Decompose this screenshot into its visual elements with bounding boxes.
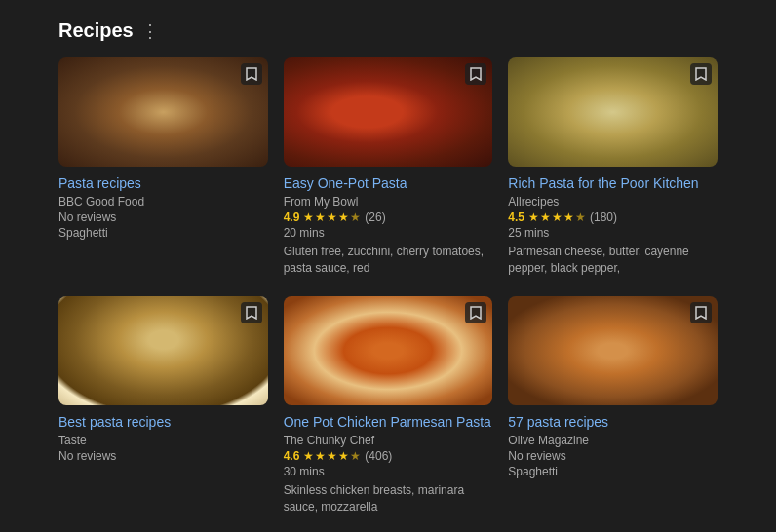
star-icon: ★ <box>563 210 574 224</box>
recipe-card-one-pot-chicken-parmesan-pasta[interactable]: One Pot Chicken Parmesan PastaThe Chunky… <box>284 296 493 515</box>
recipe-title: Easy One-Pot Pasta <box>284 174 493 192</box>
star-icon: ★ <box>315 449 326 463</box>
star-rating: ★★★★★ <box>303 210 361 224</box>
recipe-time: 25 mins <box>508 226 718 240</box>
rating-number: 4.5 <box>508 210 524 224</box>
bookmark-icon[interactable] <box>465 63 486 85</box>
recipe-time: 30 mins <box>284 465 493 478</box>
recipe-ingredients: Skinless chicken breasts, marinara sauce… <box>284 482 493 515</box>
star-icon: ★ <box>528 210 539 224</box>
recipe-reviews: No reviews <box>58 210 268 224</box>
star-icon: ★ <box>303 210 314 224</box>
recipe-source: Taste <box>58 434 268 447</box>
recipe-source: Allrecipes <box>508 195 718 209</box>
star-icon: ★ <box>552 210 563 224</box>
recipe-image-container <box>508 57 718 167</box>
section-title: Recipes <box>58 19 134 42</box>
recipe-image-container <box>284 296 493 405</box>
star-icon: ★ <box>338 210 349 224</box>
rating-row: 4.9★★★★★(26) <box>284 210 493 224</box>
recipe-image-container <box>58 296 268 405</box>
recipe-reviews: No reviews <box>508 449 718 463</box>
star-icon: ★ <box>338 449 349 463</box>
more-options-icon[interactable]: ⋮ <box>141 20 161 42</box>
star-icon: ★ <box>315 210 326 224</box>
star-icon: ★ <box>327 449 337 463</box>
rating-row: 4.6★★★★★(406) <box>284 449 493 463</box>
recipe-image-container <box>508 296 718 405</box>
recipe-title: Rich Pasta for the Poor Kitchen <box>508 174 718 192</box>
bookmark-icon[interactable] <box>241 63 262 85</box>
recipe-meta: Spaghetti <box>508 465 718 478</box>
recipe-title: Pasta recipes <box>58 174 268 192</box>
recipe-reviews: No reviews <box>58 449 268 463</box>
recipe-source: BBC Good Food <box>58 195 268 209</box>
star-icon: ★ <box>540 210 551 224</box>
section-header: Recipes ⋮ <box>58 19 718 42</box>
recipe-title: 57 pasta recipes <box>508 413 718 431</box>
recipe-card-rich-pasta-poor-kitchen[interactable]: Rich Pasta for the Poor KitchenAllrecipe… <box>508 57 718 277</box>
star-icon: ★ <box>575 210 586 224</box>
bookmark-icon[interactable] <box>690 63 712 85</box>
recipe-title: One Pot Chicken Parmesan Pasta <box>284 413 493 431</box>
recipe-time: 20 mins <box>284 226 493 240</box>
recipe-card-pasta-recipes[interactable]: Pasta recipesBBC Good FoodNo reviewsSpag… <box>58 57 268 277</box>
bookmark-icon[interactable] <box>690 302 712 323</box>
recipes-grid: Pasta recipesBBC Good FoodNo reviewsSpag… <box>58 57 718 515</box>
star-icon: ★ <box>350 449 361 463</box>
star-rating: ★★★★★ <box>303 449 361 463</box>
recipe-meta: Spaghetti <box>58 226 268 240</box>
rating-count: (26) <box>365 210 385 224</box>
recipe-title: Best pasta recipes <box>58 413 268 431</box>
recipe-card-best-pasta-recipes[interactable]: Best pasta recipesTasteNo reviews <box>58 296 268 515</box>
rating-number: 4.9 <box>284 210 300 224</box>
rating-row: 4.5★★★★★(180) <box>508 210 718 224</box>
star-icon: ★ <box>327 210 337 224</box>
rating-count: (406) <box>365 449 392 463</box>
recipe-source: Olive Magazine <box>508 434 718 447</box>
bookmark-icon[interactable] <box>465 302 486 323</box>
star-rating: ★★★★★ <box>528 210 586 224</box>
recipe-ingredients: Parmesan cheese, butter, cayenne pepper,… <box>508 244 718 277</box>
recipe-source: From My Bowl <box>284 195 493 209</box>
recipe-ingredients: Gluten free, zucchini, cherry tomatoes, … <box>284 244 493 277</box>
recipe-card-easy-one-pot-pasta[interactable]: Easy One-Pot PastaFrom My Bowl4.9★★★★★(2… <box>284 57 493 277</box>
rating-count: (180) <box>590 210 617 224</box>
recipe-image-container <box>58 57 268 167</box>
star-icon: ★ <box>350 210 361 224</box>
rating-number: 4.6 <box>284 449 300 463</box>
recipe-card-57-pasta-recipes[interactable]: 57 pasta recipesOlive MagazineNo reviews… <box>508 296 718 515</box>
recipe-image-container <box>284 57 493 167</box>
star-icon: ★ <box>303 449 314 463</box>
bookmark-icon[interactable] <box>241 302 262 323</box>
recipe-source: The Chunky Chef <box>284 434 493 447</box>
